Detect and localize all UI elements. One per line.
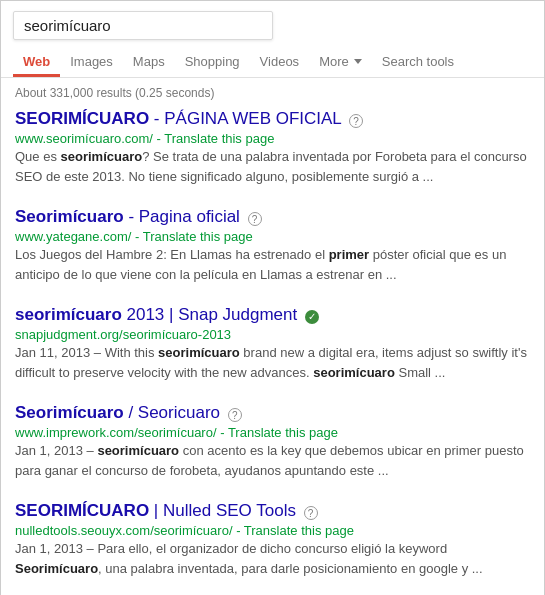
tab-search-tools[interactable]: Search tools bbox=[372, 46, 464, 77]
search-input-wrapper[interactable] bbox=[13, 11, 273, 40]
chevron-down-icon bbox=[354, 59, 362, 64]
result-5-link[interactable]: SEORIMÍCUARO | Nulled SEO Tools bbox=[15, 501, 301, 520]
result-4-desc: Jan 1, 2013 – seorimícuaro con acento es… bbox=[15, 441, 530, 480]
result-1-title: SEORIMÍCUARO - PÁGINA WEB OFICIAL ? bbox=[15, 108, 530, 130]
result-4: Seorimícuaro / Seoricuaro ? www.imprewor… bbox=[15, 402, 530, 480]
result-5-title: SEORIMÍCUARO | Nulled SEO Tools ? bbox=[15, 500, 530, 522]
verified-icon: ✓ bbox=[305, 310, 319, 324]
result-1-link[interactable]: SEORIMÍCUARO - PÁGINA WEB OFICIAL bbox=[15, 109, 346, 128]
result-4-link[interactable]: Seorimícuaro / Seoricuaro bbox=[15, 403, 225, 422]
tab-shopping[interactable]: Shopping bbox=[175, 46, 250, 77]
result-5-translate[interactable]: - Translate this page bbox=[236, 523, 354, 538]
result-2-title: Seorimícuaro - Pagina oficial ? bbox=[15, 206, 530, 228]
results-container: SEORIMÍCUARO - PÁGINA WEB OFICIAL ? www.… bbox=[1, 106, 544, 595]
result-3: seorimícuaro 2013 | Snap Judgment ✓ snap… bbox=[15, 304, 530, 382]
help-icon[interactable]: ? bbox=[349, 114, 363, 128]
help-icon-4[interactable]: ? bbox=[228, 408, 242, 422]
result-2-desc: Los Juegos del Hambre 2: En Llamas ha es… bbox=[15, 245, 530, 284]
result-2-url: www.yategane.com/ - Translate this page bbox=[15, 229, 530, 244]
results-info: About 331,000 results (0.25 seconds) bbox=[1, 78, 544, 106]
search-bar bbox=[1, 1, 544, 40]
result-2: Seorimícuaro - Pagina oficial ? www.yate… bbox=[15, 206, 530, 284]
result-1-translate[interactable]: - Translate this page bbox=[157, 131, 275, 146]
result-1: SEORIMÍCUARO - PÁGINA WEB OFICIAL ? www.… bbox=[15, 108, 530, 186]
tab-maps[interactable]: Maps bbox=[123, 46, 175, 77]
help-icon-5[interactable]: ? bbox=[304, 506, 318, 520]
search-input[interactable] bbox=[24, 17, 262, 34]
result-3-title: seorimícuaro 2013 | Snap Judgment ✓ bbox=[15, 304, 530, 326]
result-5-desc: Jan 1, 2013 – Para ello, el organizador … bbox=[15, 539, 530, 578]
result-5: SEORIMÍCUARO | Nulled SEO Tools ? nulled… bbox=[15, 500, 530, 578]
tab-more[interactable]: More bbox=[309, 46, 372, 77]
help-icon-2[interactable]: ? bbox=[248, 212, 262, 226]
result-1-url: www.seorimícuaro.com/ - Translate this p… bbox=[15, 131, 530, 146]
tab-web[interactable]: Web bbox=[13, 46, 60, 77]
result-3-link[interactable]: seorimícuaro 2013 | Snap Judgment bbox=[15, 305, 302, 324]
result-3-desc: Jan 11, 2013 – With this seorimícuaro br… bbox=[15, 343, 530, 382]
result-4-title: Seorimícuaro / Seoricuaro ? bbox=[15, 402, 530, 424]
result-2-link[interactable]: Seorimícuaro - Pagina oficial bbox=[15, 207, 245, 226]
tab-videos[interactable]: Videos bbox=[250, 46, 310, 77]
tab-images[interactable]: Images bbox=[60, 46, 123, 77]
result-5-url: nulledtools.seouyx.com/seorimícuaro/ - T… bbox=[15, 523, 530, 538]
result-3-url: snapjudgment.org/seorimícuaro-2013 bbox=[15, 327, 530, 342]
result-1-desc: Que es seorimícuaro? Se trata de una pal… bbox=[15, 147, 530, 186]
nav-tabs: Web Images Maps Shopping Videos More Sea… bbox=[1, 46, 544, 78]
result-4-url: www.imprework.com/seorimícuaro/ - Transl… bbox=[15, 425, 530, 440]
result-4-translate[interactable]: - Translate this page bbox=[220, 425, 338, 440]
result-2-translate[interactable]: - Translate this page bbox=[135, 229, 253, 244]
